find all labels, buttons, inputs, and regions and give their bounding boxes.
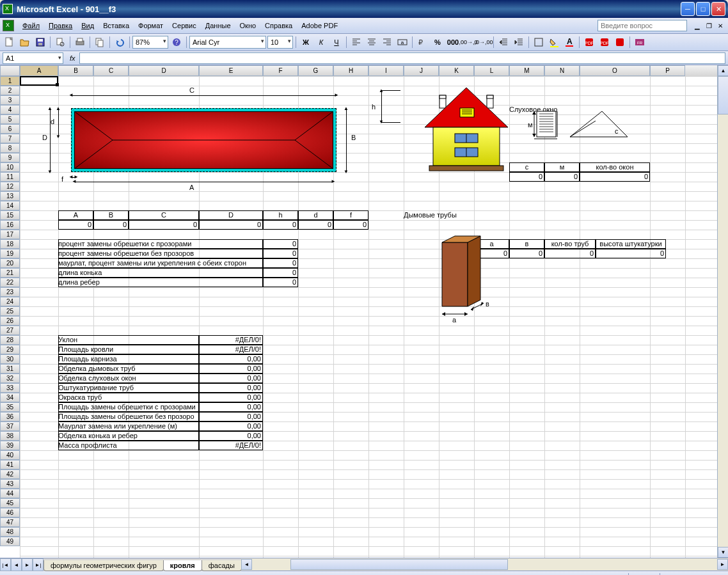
col-header-E[interactable]: E bbox=[199, 65, 263, 76]
row-header-1[interactable]: 1 bbox=[0, 76, 20, 86]
menu-adobe[interactable]: Adobe PDF bbox=[297, 20, 342, 31]
menu-window[interactable]: Окно bbox=[235, 20, 261, 31]
font-color-button[interactable]: A bbox=[562, 35, 576, 49]
font-combo[interactable]: Arial Cyr bbox=[189, 36, 266, 49]
minimize-button[interactable]: ─ bbox=[681, 2, 695, 16]
row-header-20[interactable]: 20 bbox=[0, 258, 20, 268]
col-header-P[interactable]: P bbox=[650, 65, 685, 76]
print-preview-button[interactable] bbox=[53, 35, 67, 49]
menu-insert[interactable]: Вставка bbox=[99, 20, 134, 31]
row-header-3[interactable]: 3 bbox=[0, 95, 20, 105]
row-header-15[interactable]: 15 bbox=[0, 210, 20, 220]
row-header-19[interactable]: 19 bbox=[0, 249, 20, 258]
tab-prev-button[interactable]: ◄ bbox=[11, 558, 22, 571]
hscroll-thumb[interactable] bbox=[290, 559, 508, 570]
col-header-N[interactable]: N bbox=[544, 65, 580, 76]
close-button[interactable]: ✕ bbox=[711, 2, 725, 16]
col-header-J[interactable]: J bbox=[404, 65, 439, 76]
maximize-button[interactable]: □ bbox=[696, 2, 710, 16]
menu-data[interactable]: Данные bbox=[201, 20, 235, 31]
scroll-down-button[interactable]: ▼ bbox=[718, 547, 728, 558]
cell-selection[interactable] bbox=[20, 76, 58, 86]
row-header-9[interactable]: 9 bbox=[0, 153, 20, 162]
row-header-12[interactable]: 12 bbox=[0, 182, 20, 191]
increase-indent-button[interactable] bbox=[512, 35, 526, 49]
row-header-43[interactable]: 43 bbox=[0, 479, 20, 489]
menu-edit[interactable]: Правка bbox=[44, 20, 77, 31]
row-header-16[interactable]: 16 bbox=[0, 220, 20, 230]
menu-format[interactable]: Формат bbox=[134, 20, 168, 31]
borders-button[interactable] bbox=[532, 35, 546, 49]
row-header-35[interactable]: 35 bbox=[0, 402, 20, 412]
row-header-45[interactable]: 45 bbox=[0, 498, 20, 508]
menu-file[interactable]: Файл bbox=[18, 20, 44, 31]
row-header-32[interactable]: 32 bbox=[0, 374, 20, 383]
open-button[interactable] bbox=[18, 35, 32, 49]
decrease-indent-button[interactable] bbox=[496, 35, 510, 49]
row-header-30[interactable]: 30 bbox=[0, 354, 20, 364]
row-header-25[interactable]: 25 bbox=[0, 306, 20, 316]
row-header-13[interactable]: 13 bbox=[0, 191, 20, 201]
fill-color-button[interactable] bbox=[547, 35, 561, 49]
row-header-7[interactable]: 7 bbox=[0, 134, 20, 143]
row-header-11[interactable]: 11 bbox=[0, 172, 20, 182]
row-header-24[interactable]: 24 bbox=[0, 297, 20, 306]
row-header-14[interactable]: 14 bbox=[0, 201, 20, 210]
decrease-decimal-button[interactable]: ,0→,00 bbox=[477, 35, 491, 49]
undo-button[interactable] bbox=[113, 35, 127, 49]
name-box[interactable]: A1 bbox=[3, 52, 63, 64]
col-header-I[interactable]: I bbox=[368, 65, 404, 76]
col-header-K[interactable]: K bbox=[439, 65, 474, 76]
horizontal-scrollbar[interactable]: ◄ ► bbox=[241, 558, 728, 571]
row-header-37[interactable]: 37 bbox=[0, 421, 20, 431]
row-header-48[interactable]: 48 bbox=[0, 527, 20, 537]
abbyy-icon[interactable]: FR bbox=[633, 35, 647, 49]
row-header-8[interactable]: 8 bbox=[0, 143, 20, 153]
row-header-49[interactable]: 49 bbox=[0, 537, 20, 546]
save-button[interactable] bbox=[33, 35, 47, 49]
row-header-33[interactable]: 33 bbox=[0, 383, 20, 393]
col-header-M[interactable]: M bbox=[509, 65, 544, 76]
col-header-O[interactable]: O bbox=[580, 65, 650, 76]
pdf-icon-2[interactable]: PDF bbox=[597, 35, 612, 49]
currency-button[interactable]: ₽ bbox=[415, 35, 429, 49]
sheet-tab[interactable]: фасады bbox=[202, 560, 242, 571]
row-header-34[interactable]: 34 bbox=[0, 393, 20, 402]
print-button[interactable] bbox=[73, 35, 87, 49]
row-header-27[interactable]: 27 bbox=[0, 326, 20, 335]
row-header-40[interactable]: 40 bbox=[0, 450, 20, 460]
row-header-42[interactable]: 42 bbox=[0, 469, 20, 479]
row-header-31[interactable]: 31 bbox=[0, 364, 20, 374]
col-header-B[interactable]: B bbox=[58, 65, 93, 76]
align-left-button[interactable] bbox=[349, 35, 363, 49]
sheet-tab[interactable]: формулы геометрических фигур bbox=[44, 560, 164, 571]
percent-button[interactable]: % bbox=[431, 35, 445, 49]
row-header-6[interactable]: 6 bbox=[0, 124, 20, 134]
underline-button[interactable]: Ч bbox=[329, 35, 344, 49]
row-header-2[interactable]: 2 bbox=[0, 86, 20, 95]
formula-input[interactable] bbox=[79, 52, 725, 64]
tab-first-button[interactable]: |◄ bbox=[0, 558, 11, 571]
fx-label[interactable]: fx bbox=[70, 54, 75, 62]
row-header-10[interactable]: 10 bbox=[0, 162, 20, 172]
row-header-5[interactable]: 5 bbox=[0, 114, 20, 124]
pdf-icon-1[interactable]: PDF bbox=[582, 35, 596, 49]
row-header-39[interactable]: 39 bbox=[0, 441, 20, 450]
tab-next-button[interactable]: ► bbox=[22, 558, 33, 571]
scroll-left-button[interactable]: ◄ bbox=[241, 559, 252, 570]
col-header-A[interactable]: A bbox=[20, 65, 58, 76]
row-header-21[interactable]: 21 bbox=[0, 268, 20, 278]
font-size-combo[interactable]: 10 bbox=[267, 36, 293, 49]
row-header-47[interactable]: 47 bbox=[0, 517, 20, 527]
col-header-L[interactable]: L bbox=[474, 65, 509, 76]
row-header-22[interactable]: 22 bbox=[0, 278, 20, 287]
increase-decimal-button[interactable]: ,00→,0 bbox=[461, 35, 475, 49]
menu-help[interactable]: Справка bbox=[260, 20, 297, 31]
menu-service[interactable]: Сервис bbox=[168, 20, 201, 31]
col-header-H[interactable]: H bbox=[333, 65, 368, 76]
row-header-29[interactable]: 29 bbox=[0, 345, 20, 354]
menu-view[interactable]: Вид bbox=[77, 20, 99, 31]
row-header-17[interactable]: 17 bbox=[0, 230, 20, 239]
row-header-46[interactable]: 46 bbox=[0, 508, 20, 517]
cell-text[interactable]: Дымовые трубы bbox=[404, 211, 480, 219]
